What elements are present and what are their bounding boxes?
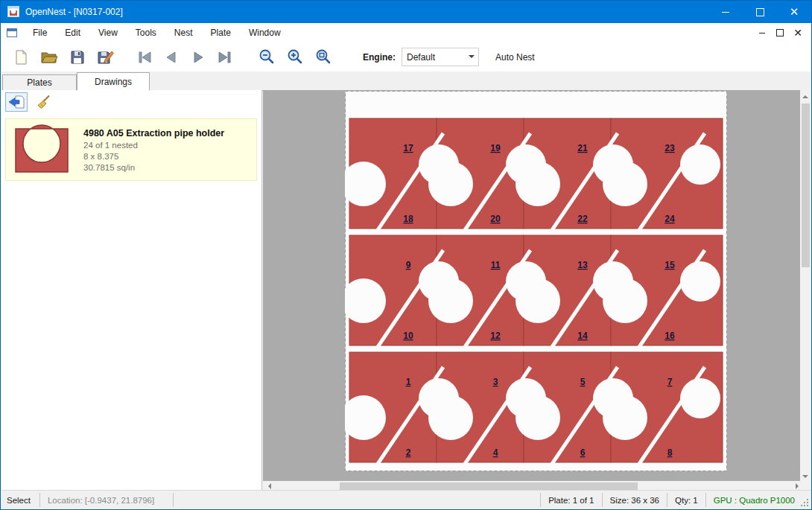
part-circular-cutout: [516, 278, 560, 323]
previous-plate-button[interactable]: [160, 46, 183, 68]
mdi-restore-icon: [776, 29, 784, 36]
part-circular-cutout: [516, 395, 560, 440]
part-number-label: 19: [490, 143, 501, 153]
minimize-icon: [722, 12, 729, 13]
last-plate-icon: [215, 48, 235, 67]
part-number-label: 6: [580, 447, 586, 458]
menu-window[interactable]: Window: [240, 23, 290, 42]
menu-bar: File Edit View Tools Nest Plate Window ✕: [1, 23, 811, 43]
import-drawing-button[interactable]: [5, 92, 28, 112]
part-number-label: 2: [406, 447, 411, 458]
auto-nest-button[interactable]: Auto Nest: [495, 52, 535, 63]
part-circular-cutout: [516, 162, 560, 206]
part-circular-cutout: [680, 261, 720, 302]
save-as-icon: [96, 48, 115, 66]
part-number-label: 18: [403, 214, 413, 224]
part-number-label: 14: [577, 331, 588, 341]
mdi-minimize-button[interactable]: [753, 23, 771, 42]
document-window-icon[interactable]: [6, 27, 18, 39]
zoom-in-button[interactable]: [284, 46, 306, 68]
clean-broom-icon: [34, 94, 52, 110]
zoom-out-icon: [258, 48, 276, 66]
drawings-panel: 4980 A05 Extraction pipe holder 24 of 1 …: [1, 90, 262, 492]
tab-drawings[interactable]: Drawings: [77, 72, 150, 91]
drawing-nested-count: 24 of 1 nested: [83, 141, 224, 150]
save-as-button[interactable]: [95, 46, 117, 68]
clean-drawings-button[interactable]: [32, 92, 54, 112]
drawing-list-item[interactable]: 4980 A05 Extraction pipe holder 24 of 1 …: [5, 118, 257, 181]
menu-plate[interactable]: Plate: [202, 23, 240, 42]
resize-grip[interactable]: [807, 505, 808, 506]
mdi-close-button[interactable]: ✕: [789, 23, 807, 42]
part-circular-cutout: [603, 395, 647, 440]
vertical-scrollbar[interactable]: [800, 90, 811, 481]
part-number-label: 4: [493, 447, 498, 458]
zoom-in-icon: [286, 48, 304, 66]
maximize-icon: [756, 8, 764, 16]
zoom-fit-icon: [314, 48, 332, 66]
app-window: OpenNest - [N0317-002] ✕ File Edit View …: [0, 0, 812, 510]
status-location: Location: [-0.9437, 21.8796]: [40, 496, 173, 505]
status-plate: Plate: 1 of 1: [541, 496, 601, 505]
part-number-label: 7: [667, 377, 673, 387]
nest-canvas[interactable]: 171819202122232491011121314151612345678: [263, 90, 802, 481]
scroll-down-icon[interactable]: [802, 475, 808, 481]
part-circular-cutout: [603, 278, 647, 323]
part-circular-cutout: [680, 144, 720, 185]
status-bar: Select Location: [-0.9437, 21.8796] Plat…: [1, 490, 811, 509]
open-folder-icon: [39, 48, 59, 66]
part-number-label: 9: [406, 260, 411, 270]
drawings-panel-toolbar: [1, 90, 261, 114]
part-number-label: 20: [490, 214, 501, 224]
menu-nest[interactable]: Nest: [165, 23, 202, 42]
title-bar[interactable]: OpenNest - [N0317-002] ✕: [1, 1, 811, 23]
part-number-label: 5: [580, 377, 586, 387]
last-plate-button[interactable]: [214, 46, 236, 68]
maximize-button[interactable]: [743, 1, 777, 23]
drawing-title: 4980 A05 Extraction pipe holder: [83, 128, 224, 138]
next-plate-button[interactable]: [187, 46, 209, 68]
scroll-up-icon[interactable]: [802, 92, 808, 98]
part-number-label: 13: [577, 260, 588, 270]
close-button[interactable]: ✕: [777, 1, 811, 23]
engine-dropdown[interactable]: Default: [402, 48, 479, 66]
engine-dropdown-value: Default: [407, 52, 435, 63]
status-mode: Select: [1, 496, 39, 505]
first-plate-button[interactable]: [133, 46, 156, 68]
plate-view[interactable]: 171819202122232491011121314151612345678: [345, 91, 727, 471]
mdi-restore-button[interactable]: [771, 23, 789, 42]
vertical-scroll-thumb[interactable]: [802, 103, 810, 267]
menu-edit[interactable]: Edit: [56, 23, 89, 42]
part-number-label: 22: [577, 214, 588, 224]
part-number-label: 24: [664, 214, 675, 224]
part-number-label: 11: [491, 260, 501, 270]
status-gpu: GPU : Quadro P1000: [706, 496, 811, 505]
menu-view[interactable]: View: [89, 23, 127, 42]
part-number-label: 1: [406, 377, 411, 387]
close-icon: ✕: [790, 7, 799, 18]
mdi-minimize-icon: [759, 33, 765, 34]
tab-plates[interactable]: Plates: [2, 74, 77, 90]
part-number-label: 23: [664, 143, 675, 153]
part-thumbnail: [12, 123, 73, 176]
status-qty: Qty: 1: [667, 496, 705, 505]
menu-file[interactable]: File: [24, 23, 56, 42]
scroll-left-icon[interactable]: [265, 483, 271, 489]
first-plate-icon: [135, 48, 154, 67]
part-number-label: 12: [490, 331, 501, 341]
next-plate-icon: [188, 48, 208, 67]
engine-label: Engine:: [363, 52, 396, 63]
zoom-out-button[interactable]: [256, 46, 278, 68]
minimize-button[interactable]: [708, 1, 743, 23]
part-number-label: 21: [577, 143, 588, 153]
part-number-label: 15: [664, 260, 675, 270]
part-circular-cutout: [680, 378, 720, 418]
part-circular-cutout: [428, 395, 473, 440]
zoom-fit-button[interactable]: [312, 46, 334, 68]
save-button[interactable]: [66, 46, 89, 68]
status-size: Size: 36 x 36: [603, 496, 667, 505]
open-button[interactable]: [38, 46, 60, 68]
menu-tools[interactable]: Tools: [127, 23, 165, 42]
new-button[interactable]: [10, 46, 32, 68]
part-number-label: 10: [403, 331, 413, 341]
